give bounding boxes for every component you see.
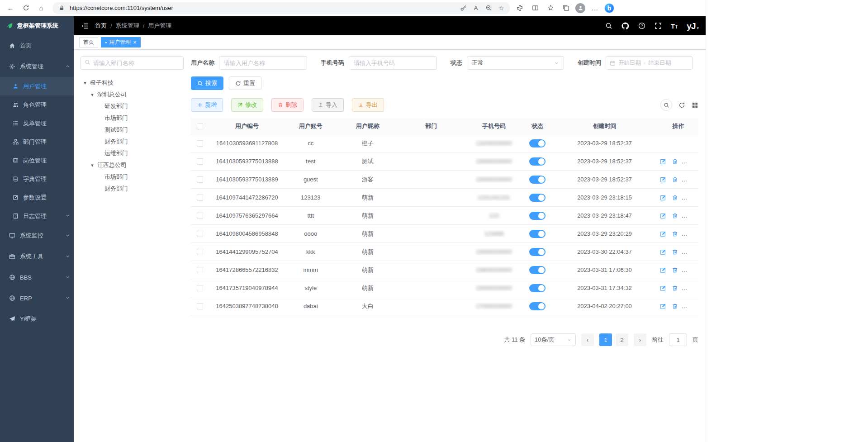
row-checkbox[interactable] <box>197 303 203 309</box>
help-icon[interactable]: ? <box>638 22 645 29</box>
status-select[interactable]: 正常 <box>467 56 564 70</box>
url-text[interactable]: https://ccnetcore.com:1101/system/user <box>70 5 455 11</box>
status-toggle[interactable] <box>529 194 545 202</box>
tree-node[interactable]: ▾财务部门 <box>81 136 184 147</box>
sidebar-item-user-mgmt[interactable]: 用户管理 <box>0 77 74 95</box>
split-screen-icon[interactable] <box>529 2 541 14</box>
assign-role-icon[interactable] <box>695 303 698 309</box>
delete-icon[interactable] <box>672 249 678 255</box>
page-button[interactable]: 2 <box>616 333 628 346</box>
home-icon[interactable]: ⌂ <box>35 2 47 14</box>
font-size-icon[interactable]: TT <box>671 22 678 30</box>
sidebar-item-erp[interactable]: ERP <box>0 288 74 309</box>
tree-node[interactable]: ▾市场部门 <box>81 171 184 183</box>
sidebar-item-param-settings[interactable]: 参数设置 <box>0 188 74 207</box>
tree-node[interactable]: ▾江西总公司 <box>81 159 184 171</box>
assign-role-icon[interactable] <box>695 195 698 201</box>
sidebar-item-system[interactable]: 系统管理 <box>0 56 74 77</box>
status-toggle[interactable] <box>529 176 545 184</box>
reset-password-icon[interactable] <box>683 303 689 309</box>
breadcrumb-system[interactable]: 系统管理 <box>116 22 139 30</box>
assign-role-icon[interactable] <box>695 231 698 237</box>
reset-password-icon[interactable] <box>683 158 689 165</box>
reset-password-icon[interactable] <box>683 231 689 237</box>
edit-icon[interactable] <box>660 158 666 165</box>
delete-icon[interactable] <box>672 285 678 291</box>
select-all-checkbox[interactable] <box>197 123 203 129</box>
edit-icon[interactable] <box>660 267 666 273</box>
sidebar-item-post-mgmt[interactable]: 岗位管理 <box>0 151 74 170</box>
row-checkbox[interactable] <box>197 285 203 291</box>
tree-expand-caret-icon[interactable]: ▾ <box>90 162 95 168</box>
edit-icon[interactable] <box>660 249 666 255</box>
assign-role-icon[interactable] <box>695 267 698 273</box>
address-bar[interactable]: https://ccnetcore.com:1101/system/user A… <box>52 2 510 14</box>
tree-node[interactable]: ▾运维部门 <box>81 147 184 159</box>
assign-role-icon[interactable] <box>695 285 698 291</box>
edit-icon[interactable] <box>660 176 666 183</box>
sidebar-item-tools[interactable]: 系统工具 <box>0 246 74 267</box>
search-icon[interactable] <box>605 22 612 29</box>
sidebar-item-dept-mgmt[interactable]: 部门管理 <box>0 133 74 151</box>
row-checkbox[interactable] <box>197 249 203 255</box>
extensions-icon[interactable] <box>514 2 526 14</box>
back-icon[interactable]: ← <box>5 2 16 14</box>
department-search-box[interactable] <box>81 56 184 70</box>
reset-password-icon[interactable] <box>683 195 689 201</box>
status-toggle[interactable] <box>529 212 545 220</box>
browser-profile-avatar[interactable] <box>575 3 585 13</box>
reset-password-icon[interactable] <box>683 285 689 291</box>
reset-password-icon[interactable] <box>683 267 689 273</box>
assign-role-icon[interactable] <box>695 176 698 183</box>
sidebar-item-log-mgmt[interactable]: 日志管理 <box>0 207 74 225</box>
table-refresh-icon[interactable] <box>678 102 685 109</box>
assign-role-icon[interactable] <box>695 249 698 255</box>
favorite-star-icon[interactable]: ☆ <box>497 4 506 13</box>
edit-icon[interactable] <box>660 231 666 237</box>
tab-user-mgmt[interactable]: ● 用户管理 × <box>101 37 141 48</box>
status-toggle[interactable] <box>529 248 545 256</box>
table-search-toggle-icon[interactable] <box>660 99 672 111</box>
status-toggle[interactable] <box>529 266 545 274</box>
prev-page-button[interactable]: ‹ <box>581 333 594 346</box>
tree-node[interactable]: ▾财务部门 <box>81 183 184 195</box>
status-toggle[interactable] <box>529 302 545 310</box>
goto-page-input[interactable] <box>669 333 687 346</box>
breadcrumb-home[interactable]: 首页 <box>95 22 107 30</box>
sidebar-item-role-mgmt[interactable]: 角色管理 <box>0 95 74 114</box>
import-button[interactable]: 导入 <box>312 98 344 112</box>
password-key-icon[interactable] <box>459 4 468 13</box>
tree-expand-caret-icon[interactable]: ▾ <box>82 80 88 86</box>
copilot-bing-icon[interactable]: b <box>604 3 614 13</box>
user-avatar-logo[interactable]: yJ ▾ <box>687 22 698 30</box>
tree-node[interactable]: ▾市场部门 <box>81 112 184 124</box>
search-button[interactable]: 搜索 <box>191 76 223 90</box>
tree-node[interactable]: ▾橙子科技 <box>81 77 184 89</box>
page-button[interactable]: 1 <box>599 333 612 346</box>
delete-icon[interactable] <box>672 267 678 273</box>
column-settings-icon[interactable] <box>692 102 698 109</box>
status-toggle[interactable] <box>529 157 545 166</box>
sidebar-item-dict-mgmt[interactable]: 字典管理 <box>0 170 74 188</box>
sidebar-item-menu-mgmt[interactable]: 菜单管理 <box>0 114 74 133</box>
export-button[interactable]: 导出 <box>352 98 384 112</box>
phone-input[interactable] <box>349 56 437 70</box>
delete-icon[interactable] <box>672 231 678 237</box>
tree-node[interactable]: ▾深圳总公司 <box>81 89 184 100</box>
sidebar-item-yi-framework[interactable]: Yi框架 <box>0 309 74 329</box>
next-page-button[interactable]: › <box>634 333 646 346</box>
tree-node[interactable]: ▾测试部门 <box>81 124 184 136</box>
date-range-picker[interactable]: 开始日期 - 结束日期 <box>606 56 693 70</box>
delete-icon[interactable] <box>672 195 678 201</box>
read-aloud-icon[interactable]: A <box>471 4 480 13</box>
row-checkbox[interactable] <box>197 231 203 237</box>
zoom-out-icon[interactable] <box>484 4 493 13</box>
delete-icon[interactable] <box>672 158 678 165</box>
reset-button[interactable]: 重置 <box>229 76 261 90</box>
modify-button[interactable]: 修改 <box>231 98 263 112</box>
edit-icon[interactable] <box>660 213 666 219</box>
row-checkbox[interactable] <box>197 176 203 183</box>
username-input[interactable] <box>219 56 307 70</box>
status-toggle[interactable] <box>529 284 545 292</box>
row-checkbox[interactable] <box>197 195 203 201</box>
